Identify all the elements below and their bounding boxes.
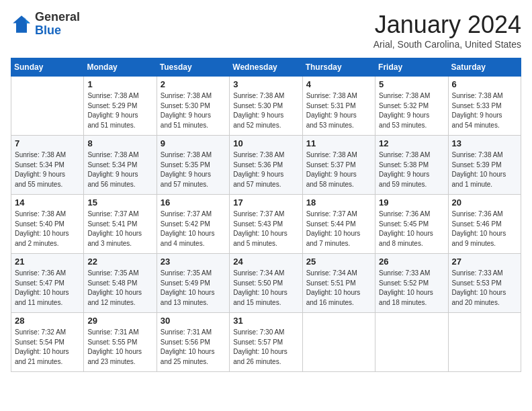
calendar-week-4: 21Sunrise: 7:36 AM Sunset: 5:47 PM Dayli… bbox=[11, 254, 521, 313]
calendar-cell: 22Sunrise: 7:35 AM Sunset: 5:48 PM Dayli… bbox=[84, 254, 157, 313]
day-info: Sunrise: 7:38 AM Sunset: 5:40 PM Dayligh… bbox=[15, 210, 80, 248]
calendar-cell: 7Sunrise: 7:38 AM Sunset: 5:34 PM Daylig… bbox=[11, 136, 84, 195]
day-number: 24 bbox=[233, 257, 298, 267]
logo-general-text: General bbox=[35, 10, 80, 24]
day-number: 3 bbox=[233, 79, 298, 89]
day-info: Sunrise: 7:30 AM Sunset: 5:57 PM Dayligh… bbox=[233, 328, 298, 367]
day-info: Sunrise: 7:34 AM Sunset: 5:50 PM Dayligh… bbox=[233, 269, 298, 308]
calendar-cell: 19Sunrise: 7:36 AM Sunset: 5:45 PM Dayli… bbox=[375, 195, 448, 254]
day-number: 30 bbox=[161, 316, 226, 326]
day-info: Sunrise: 7:38 AM Sunset: 5:38 PM Dayligh… bbox=[379, 150, 444, 189]
day-info: Sunrise: 7:38 AM Sunset: 5:35 PM Dayligh… bbox=[161, 150, 226, 189]
day-info: Sunrise: 7:35 AM Sunset: 5:48 PM Dayligh… bbox=[87, 269, 152, 308]
day-info: Sunrise: 7:38 AM Sunset: 5:31 PM Dayligh… bbox=[306, 91, 371, 130]
calendar-cell: 15Sunrise: 7:37 AM Sunset: 5:41 PM Dayli… bbox=[84, 195, 157, 254]
calendar-cell: 12Sunrise: 7:38 AM Sunset: 5:38 PM Dayli… bbox=[375, 136, 448, 195]
header-tuesday: Tuesday bbox=[157, 58, 229, 77]
month-title: January 2024 bbox=[373, 11, 521, 39]
calendar-table: SundayMondayTuesdayWednesdayThursdayFrid… bbox=[11, 58, 521, 372]
day-number: 10 bbox=[233, 138, 298, 148]
day-number: 11 bbox=[306, 138, 371, 148]
day-number: 26 bbox=[379, 257, 444, 267]
day-number: 16 bbox=[161, 197, 226, 208]
day-info: Sunrise: 7:34 AM Sunset: 5:51 PM Dayligh… bbox=[306, 269, 371, 308]
calendar-cell: 27Sunrise: 7:33 AM Sunset: 5:53 PM Dayli… bbox=[448, 254, 521, 313]
day-number: 19 bbox=[379, 197, 444, 208]
calendar-cell bbox=[375, 313, 448, 372]
calendar-cell: 6Sunrise: 7:38 AM Sunset: 5:33 PM Daylig… bbox=[448, 77, 521, 136]
header-thursday: Thursday bbox=[302, 58, 375, 77]
day-info: Sunrise: 7:38 AM Sunset: 5:32 PM Dayligh… bbox=[379, 91, 444, 130]
header-monday: Monday bbox=[84, 58, 157, 77]
day-info: Sunrise: 7:36 AM Sunset: 5:46 PM Dayligh… bbox=[452, 210, 517, 248]
day-number: 5 bbox=[379, 79, 444, 89]
calendar-cell: 9Sunrise: 7:38 AM Sunset: 5:35 PM Daylig… bbox=[157, 136, 229, 195]
header-friday: Friday bbox=[375, 58, 448, 77]
day-number: 1 bbox=[87, 79, 152, 89]
calendar-cell: 3Sunrise: 7:38 AM Sunset: 5:30 PM Daylig… bbox=[230, 77, 302, 136]
day-info: Sunrise: 7:38 AM Sunset: 5:30 PM Dayligh… bbox=[233, 91, 298, 130]
calendar-cell: 14Sunrise: 7:38 AM Sunset: 5:40 PM Dayli… bbox=[11, 195, 84, 254]
header-saturday: Saturday bbox=[448, 58, 521, 77]
day-number: 21 bbox=[15, 257, 80, 267]
calendar-cell: 16Sunrise: 7:37 AM Sunset: 5:42 PM Dayli… bbox=[157, 195, 229, 254]
day-number: 18 bbox=[306, 197, 371, 208]
logo-icon bbox=[11, 13, 32, 35]
day-info: Sunrise: 7:31 AM Sunset: 5:56 PM Dayligh… bbox=[161, 328, 226, 367]
page-header: General Blue January 2024 Arial, South C… bbox=[11, 11, 521, 50]
calendar-cell: 4Sunrise: 7:38 AM Sunset: 5:31 PM Daylig… bbox=[302, 77, 375, 136]
calendar-cell: 28Sunrise: 7:32 AM Sunset: 5:54 PM Dayli… bbox=[11, 313, 84, 372]
day-info: Sunrise: 7:37 AM Sunset: 5:41 PM Dayligh… bbox=[87, 210, 152, 248]
day-info: Sunrise: 7:38 AM Sunset: 5:29 PM Dayligh… bbox=[87, 91, 152, 130]
calendar-cell: 1Sunrise: 7:38 AM Sunset: 5:29 PM Daylig… bbox=[84, 77, 157, 136]
day-number: 6 bbox=[452, 79, 517, 89]
day-info: Sunrise: 7:38 AM Sunset: 5:34 PM Dayligh… bbox=[15, 150, 80, 189]
calendar-week-5: 28Sunrise: 7:32 AM Sunset: 5:54 PM Dayli… bbox=[11, 313, 521, 372]
day-info: Sunrise: 7:38 AM Sunset: 5:30 PM Dayligh… bbox=[161, 91, 226, 130]
calendar-cell: 25Sunrise: 7:34 AM Sunset: 5:51 PM Dayli… bbox=[302, 254, 375, 313]
day-number: 20 bbox=[452, 197, 517, 208]
day-number: 25 bbox=[306, 257, 371, 267]
day-number: 14 bbox=[15, 197, 80, 208]
day-info: Sunrise: 7:32 AM Sunset: 5:54 PM Dayligh… bbox=[15, 328, 80, 367]
calendar-cell bbox=[302, 313, 375, 372]
location-text: Arial, South Carolina, United States bbox=[373, 39, 521, 50]
day-info: Sunrise: 7:38 AM Sunset: 5:39 PM Dayligh… bbox=[452, 150, 517, 189]
day-info: Sunrise: 7:33 AM Sunset: 5:53 PM Dayligh… bbox=[452, 269, 517, 308]
calendar-cell bbox=[11, 77, 84, 136]
logo: General Blue bbox=[11, 11, 80, 38]
title-block: January 2024 Arial, South Carolina, Unit… bbox=[373, 11, 521, 50]
calendar-week-2: 7Sunrise: 7:38 AM Sunset: 5:34 PM Daylig… bbox=[11, 136, 521, 195]
day-number: 12 bbox=[379, 138, 444, 148]
day-info: Sunrise: 7:37 AM Sunset: 5:42 PM Dayligh… bbox=[161, 210, 226, 248]
day-info: Sunrise: 7:35 AM Sunset: 5:49 PM Dayligh… bbox=[161, 269, 226, 308]
day-number: 4 bbox=[306, 79, 371, 89]
day-info: Sunrise: 7:36 AM Sunset: 5:45 PM Dayligh… bbox=[379, 210, 444, 248]
calendar-cell: 23Sunrise: 7:35 AM Sunset: 5:49 PM Dayli… bbox=[157, 254, 229, 313]
calendar-cell bbox=[448, 313, 521, 372]
day-number: 7 bbox=[15, 138, 80, 148]
day-info: Sunrise: 7:38 AM Sunset: 5:33 PM Dayligh… bbox=[452, 91, 517, 130]
day-info: Sunrise: 7:38 AM Sunset: 5:36 PM Dayligh… bbox=[233, 150, 298, 189]
day-number: 13 bbox=[452, 138, 517, 148]
calendar-week-1: 1Sunrise: 7:38 AM Sunset: 5:29 PM Daylig… bbox=[11, 77, 521, 136]
day-number: 23 bbox=[161, 257, 226, 267]
calendar-header-row: SundayMondayTuesdayWednesdayThursdayFrid… bbox=[11, 58, 521, 77]
calendar-cell: 24Sunrise: 7:34 AM Sunset: 5:50 PM Dayli… bbox=[230, 254, 302, 313]
day-number: 15 bbox=[87, 197, 152, 208]
day-info: Sunrise: 7:38 AM Sunset: 5:37 PM Dayligh… bbox=[306, 150, 371, 189]
svg-marker-0 bbox=[13, 15, 30, 33]
day-info: Sunrise: 7:37 AM Sunset: 5:44 PM Dayligh… bbox=[306, 210, 371, 248]
calendar-cell: 18Sunrise: 7:37 AM Sunset: 5:44 PM Dayli… bbox=[302, 195, 375, 254]
header-wednesday: Wednesday bbox=[230, 58, 302, 77]
day-info: Sunrise: 7:37 AM Sunset: 5:43 PM Dayligh… bbox=[233, 210, 298, 248]
day-number: 2 bbox=[161, 79, 226, 89]
calendar-cell: 11Sunrise: 7:38 AM Sunset: 5:37 PM Dayli… bbox=[302, 136, 375, 195]
day-info: Sunrise: 7:33 AM Sunset: 5:52 PM Dayligh… bbox=[379, 269, 444, 308]
day-info: Sunrise: 7:38 AM Sunset: 5:34 PM Dayligh… bbox=[87, 150, 152, 189]
calendar-cell: 30Sunrise: 7:31 AM Sunset: 5:56 PM Dayli… bbox=[157, 313, 229, 372]
calendar-cell: 21Sunrise: 7:36 AM Sunset: 5:47 PM Dayli… bbox=[11, 254, 84, 313]
calendar-cell: 10Sunrise: 7:38 AM Sunset: 5:36 PM Dayli… bbox=[230, 136, 302, 195]
calendar-cell: 13Sunrise: 7:38 AM Sunset: 5:39 PM Dayli… bbox=[448, 136, 521, 195]
calendar-cell: 2Sunrise: 7:38 AM Sunset: 5:30 PM Daylig… bbox=[157, 77, 229, 136]
